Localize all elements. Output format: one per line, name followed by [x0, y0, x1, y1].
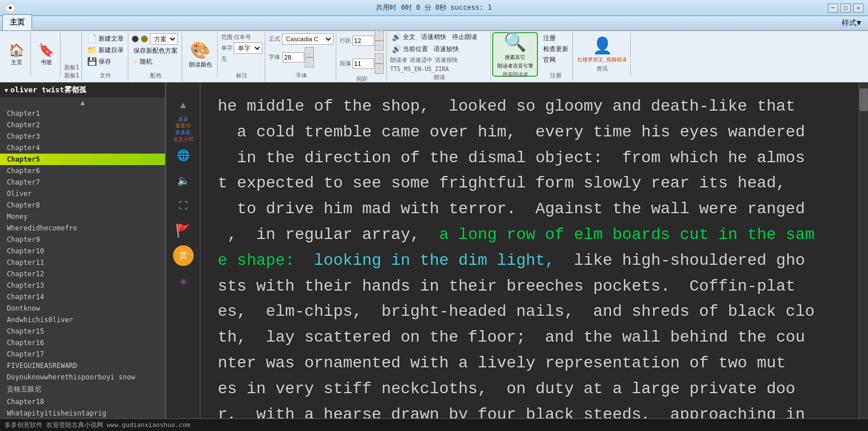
sidebar-item-chapter13[interactable]: Chapter13 [0, 280, 165, 291]
sidebar-item-oliver[interactable]: Oliver [0, 188, 165, 199]
stop-read-button[interactable]: 停止朗读 [450, 32, 479, 42]
register-button[interactable]: 注册 [541, 33, 570, 43]
sidebar-item-chapter7[interactable]: Chapter7 [0, 177, 165, 188]
tab-home[interactable]: 主页 [2, 14, 32, 30]
save-color-scheme-button[interactable]: 保存新配色方案 [132, 46, 179, 56]
tts-group: 🔊 全文 语速稍快 停止朗读 🔊 当前位置 语速较快 朗读者 语速适中 语速很快 [388, 32, 491, 81]
expand-tool[interactable]: ⛶ [173, 195, 194, 215]
sidebar-item-chapter10[interactable]: Chapter10 [0, 245, 165, 257]
new-article-button[interactable]: 📄 新建文章 [85, 33, 125, 44]
search-label: 搜索其它 [505, 54, 525, 61]
tab-style[interactable]: 样式▼ [835, 15, 868, 30]
sidebar-item-andwhich[interactable]: Andwhichis0liver [0, 314, 165, 326]
save-button[interactable]: 💾 保存 [85, 56, 125, 66]
lightning-icon: ⚡ [133, 57, 138, 66]
random-button[interactable]: ⚡ 随机 [132, 57, 179, 66]
para-spacing-input[interactable] [352, 58, 374, 69]
check-update-button[interactable]: 检查更新 [541, 44, 570, 54]
sidebar-item-five[interactable]: FIVEGUINEASREWARD [0, 360, 165, 371]
speed-fast-button[interactable]: 语速稍快 [419, 32, 448, 42]
line-spacing-spinner[interactable]: ▲ ▼ [352, 30, 384, 51]
font-name-dropdown[interactable]: Cascadia C [282, 33, 333, 45]
sidebar-item-whata[interactable]: Whatapityitisheisntaprig [0, 408, 165, 418]
reward-tool[interactable]: 赏 [173, 245, 194, 266]
color-scheme-group: 方案 保存新配色方案 ⚡ 随机 配色 [129, 32, 182, 81]
sidebar-item-chapter18[interactable]: Chapter18 [0, 396, 165, 408]
full-text-button[interactable]: 🔊 全文 [390, 32, 417, 42]
home-icon: 🏠 [9, 43, 24, 57]
flag-tool[interactable]: 🚩 [173, 220, 194, 241]
line-up[interactable]: ▲ [375, 30, 384, 41]
sidebar-item-chapter1[interactable]: Chapter1 [0, 108, 165, 119]
tts-name-label: TTS_MS_EN-US_ZIRA [390, 66, 488, 72]
bookmark-button[interactable]: 🔖 书签 [32, 32, 61, 77]
sidebar-item-chapter9[interactable]: Chapter9 [0, 234, 165, 245]
new-catalog-button[interactable]: 📁 新建目录 [85, 45, 125, 55]
sidebar-item-chapter8[interactable]: Chapter8 [0, 199, 165, 211]
home-label: 主页 [11, 58, 22, 66]
sidebar-item-chapter4[interactable]: Chapter4 [0, 142, 165, 154]
para-spacing-spinner[interactable]: ▲ ▼ [352, 53, 384, 74]
news-label: 红楼梦原文_视频精读 [578, 56, 627, 64]
maximize-button[interactable]: □ [840, 3, 851, 13]
scroll-up-button[interactable]: ▲ [173, 94, 194, 115]
sidebar-item-chapter2[interactable]: Chapter2 [0, 119, 165, 131]
pinwheel-tool[interactable]: ✳ [173, 271, 194, 291]
sidebar-scroll-up[interactable]: ▲ [0, 97, 165, 108]
font-size-spinner[interactable]: ▲ ▼ [282, 47, 314, 68]
font-size-num-label: 字体 [269, 53, 280, 61]
minimize-button[interactable]: ─ [828, 3, 838, 13]
official-site-button[interactable]: 官网 [541, 55, 570, 65]
sidebar-item-chapter12[interactable]: Chapter12 [0, 268, 165, 280]
stop-read-label: 停止朗读 [452, 33, 477, 41]
line-spacing-input[interactable] [352, 36, 374, 46]
sidebar-item-chapter3[interactable]: Chapter3 [0, 131, 165, 142]
sidebar-item-where[interactable]: Wheredidhecomefro [0, 222, 165, 234]
new-article-icon: 📄 [87, 34, 97, 43]
sidebar-item-money[interactable]: Money [0, 211, 165, 222]
sidebar-item-chapter14[interactable]: Chapter14 [0, 291, 165, 303]
current-pos-button[interactable]: 🔊 当前位置 [390, 44, 430, 54]
file-label: 文件 [85, 72, 125, 80]
sidebar-item-dontknow[interactable]: Dontknow [0, 303, 165, 314]
news-button[interactable]: 👤 红楼梦原文_视频精读 资讯 [574, 32, 631, 77]
font-size-up[interactable]: ▲ [305, 47, 314, 57]
line-down[interactable]: ▼ [375, 41, 384, 51]
read-group-label: 朗读 [390, 73, 488, 81]
save-icon: 💾 [87, 57, 97, 66]
speaker-tool[interactable]: 🔈 [173, 170, 194, 190]
scroll-thumb[interactable] [859, 88, 868, 111]
speed-slower-button[interactable]: 语速较快 [432, 44, 461, 54]
font-size-down[interactable]: ▼ [305, 57, 314, 68]
titlebar: ● 共用时 0时 0 分 0秒 success: 1 ─ □ ✕ [0, 0, 868, 16]
check-update-label: 检查更新 [543, 45, 568, 53]
sidebar-item-chapter6[interactable]: Chapter6 [0, 165, 165, 177]
sidebar-item-chapter17[interactable]: Chapter17 [0, 348, 165, 360]
sidebar-item-chapter15[interactable]: Chapter15 [0, 326, 165, 337]
font-size-input[interactable] [282, 52, 304, 62]
color-dot-1 [132, 36, 139, 42]
content-area[interactable]: he middle of the shop, looked so gloomy … [201, 83, 859, 418]
toolbar: 🏠 主页 🔖 书签 面板1 面板1 📄 新建文章 📁 新建目录 💾 保存 文件 [0, 31, 868, 83]
sidebar-item-chapter11[interactable]: Chapter11 [0, 257, 165, 268]
para-down[interactable]: ▼ [375, 64, 384, 74]
sidebar-item-doyou[interactable]: Doyouknowwherethispoorboyi snow [0, 371, 165, 383]
sidebar-item-chinese[interactable]: 贡格五眼尼 [0, 383, 165, 396]
para-up[interactable]: ▲ [375, 53, 384, 64]
read-color-button[interactable]: 🎨 朗读颜色 [183, 32, 218, 77]
style-dropdown[interactable]: 单字 [234, 42, 262, 54]
tool-panel: ▲ 多多全文小多多多全文小写 🌐 🔈 ⛶ 🚩 赏 ✳ [166, 83, 201, 418]
sidebar-item-chapter5[interactable]: Chapter5 [0, 154, 165, 165]
ribbon-tabs: 主页 样式▼ [0, 16, 868, 31]
globe-tool[interactable]: 🌐 [173, 144, 194, 165]
home-button[interactable]: 🏠 主页 [2, 32, 31, 77]
spacing-group: 行距 ▲ ▼ 段落 ▲ ▼ 间距 [337, 32, 387, 81]
right-scrollbar[interactable] [859, 83, 868, 418]
close-button[interactable]: ✕ [853, 3, 863, 13]
search-button[interactable]: 🔍 搜索其它 朗读者语音引擎 搜索朗读者 [492, 32, 538, 77]
colored-text-tool[interactable]: 多多全文小多多多全文小写 [173, 119, 194, 140]
search-group-label: 搜索朗读者 [502, 71, 528, 79]
scheme-dropdown[interactable]: 方案 [150, 33, 178, 45]
sidebar-item-chapter16[interactable]: Chapter16 [0, 337, 165, 348]
reader-label: 朗读者 [390, 56, 407, 64]
